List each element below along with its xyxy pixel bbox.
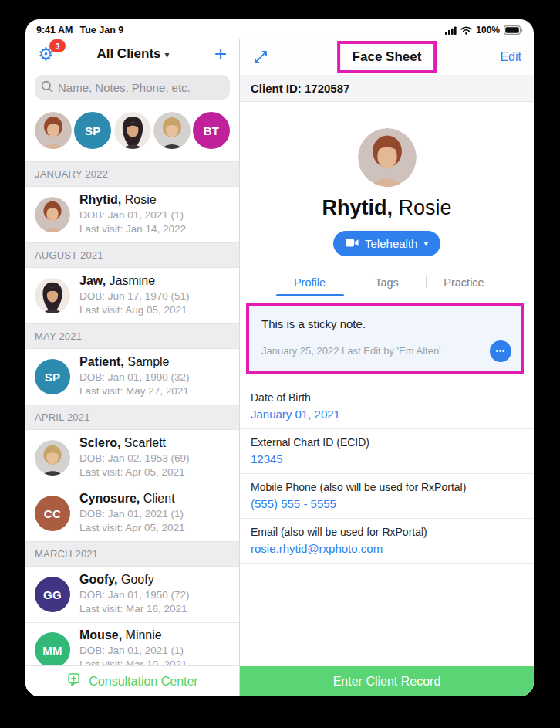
field-value[interactable]: January 01, 2021 [251, 408, 523, 421]
client-dob: DOB: Jun 17, 1970 (51) [79, 290, 190, 303]
tab-bar: Profile Tags Practice [272, 272, 503, 296]
client-full-name: Rhytid, Rosie [240, 196, 534, 220]
client-dob: DOB: Jan 01, 2021 (1) [79, 644, 187, 658]
section-header: MARCH 2021 [25, 541, 239, 567]
client-last-visit: Last visit: Aug 05, 2021 [79, 303, 190, 317]
client-name: Jaw, Jasmine [79, 274, 190, 288]
consultation-center-button[interactable]: Consultation Center [25, 665, 239, 696]
field-value[interactable]: 12345 [251, 452, 523, 466]
field-ecid: External Chart ID (ECID) 12345 [240, 429, 534, 474]
field-label: Mobile Phone (also will be used for RxPo… [251, 481, 523, 493]
field-mobile-phone: Mobile Phone (also will be used for RxPo… [240, 474, 534, 519]
wifi-icon [460, 26, 472, 35]
section-header: APRIL 2021 [25, 405, 239, 430]
client-row-goofy[interactable]: GG Goofy, Goofy DOB: Jan 01, 1950 (72) L… [25, 567, 239, 622]
avatar-rosie[interactable] [35, 112, 72, 149]
client-dob: DOB: Jan 01, 1990 (32) [79, 371, 190, 384]
section-header: JANUARY 2022 [25, 161, 239, 187]
client-row-patient[interactable]: SP Patient, Sample DOB: Jan 01, 1990 (32… [25, 349, 239, 405]
face-sheet-panel: Face Sheet Edit Client ID: 1720587 Rhyti… [239, 39, 534, 696]
client-dob: DOB: Jan 01, 2021 (1) [79, 208, 186, 222]
client-dob: DOB: Jan 02, 1953 (69) [79, 452, 190, 466]
client-name: Rhytid, Rosie [79, 193, 186, 207]
video-camera-icon [346, 237, 359, 250]
avatar-initials: BT [204, 124, 220, 137]
edit-button[interactable]: Edit [500, 50, 521, 64]
client-name: Goofy, Goofy [79, 573, 190, 587]
face-sheet-content[interactable]: Rhytid, Rosie Telehealth ▾ Profile Tags … [240, 102, 534, 666]
sticky-note: This is a sticky note. January 25, 2022 … [249, 306, 521, 371]
client-row-cynosure[interactable]: CC Cynosure, Client DOB: Jan 01, 2021 (1… [25, 486, 239, 541]
search-area: Name, Notes, Phone, etc. [25, 69, 239, 106]
client-id-value: Client ID: 1720587 [251, 82, 349, 95]
consultation-center-label: Consultation Center [89, 675, 197, 689]
notification-badge: 3 [49, 39, 66, 52]
client-avatar: SP [35, 359, 70, 394]
sticky-note-text: This is a sticky note. [261, 317, 508, 330]
ellipsis-icon: ••• [496, 347, 505, 355]
client-id-bar: Client ID: 1720587 [240, 75, 534, 102]
field-email: Email (also will be used for RxPortal) r… [240, 519, 534, 564]
client-row-sclero[interactable]: Sclero, Scarlett DOB: Jan 02, 1953 (69) … [25, 430, 239, 486]
client-list[interactable]: JANUARY 2022 Rhytid, Rosie DOB: Jan 01, … [25, 161, 239, 665]
section-header: MAY 2021 [25, 323, 239, 349]
client-row-mouse[interactable]: MM Mouse, Minnie DOB: Jan 01, 2021 (1) L… [25, 622, 239, 665]
search-placeholder: Name, Notes, Phone, etc. [58, 81, 191, 94]
battery-icon [504, 25, 523, 35]
tab-practice[interactable]: Practice [426, 272, 503, 296]
enter-client-record-button[interactable]: Enter Client Record [240, 666, 534, 696]
tab-profile[interactable]: Profile [272, 272, 349, 296]
recent-avatars-row: SP BT [25, 106, 239, 161]
annotation-box-face-sheet: Face Sheet [337, 41, 437, 73]
field-date-of-birth: Date of Birth January 01, 2021 [240, 384, 534, 429]
client-name: Patient, Sample [79, 355, 190, 369]
telehealth-button[interactable]: Telehealth ▾ [333, 231, 440, 256]
avatar-sp[interactable]: SP [74, 112, 111, 149]
field-label: External Chart ID (ECID) [251, 436, 523, 449]
status-date: Tue Jan 9 [79, 25, 123, 36]
chevron-down-icon: ▾ [423, 239, 428, 249]
avatar-initials: SP [85, 124, 101, 137]
client-avatar: GG [35, 577, 70, 612]
all-clients-label: All Clients [96, 46, 160, 61]
client-avatar: MM [35, 632, 70, 665]
client-last-visit: Last visit: Apr 05, 2021 [79, 466, 190, 479]
client-name: Mouse, Minnie [79, 628, 187, 642]
avatar-bt[interactable]: BT [193, 112, 230, 149]
tab-tags[interactable]: Tags [349, 272, 426, 296]
app-window: 9:41 AM Tue Jan 9 100% ⚙ 3 All Clients▾ … [25, 19, 534, 696]
cellular-icon [445, 26, 457, 35]
client-last-visit: Last visit: Mar 10, 2021 [79, 658, 187, 665]
all-clients-dropdown[interactable]: All Clients▾ [61, 46, 205, 62]
client-dob: DOB: Jan 01, 2021 (1) [79, 507, 185, 521]
client-list-panel: ⚙ 3 All Clients▾ + Name, Notes, Phone, e… [25, 39, 239, 696]
consultation-center-icon [66, 672, 83, 691]
sticky-note-more-button[interactable]: ••• [490, 340, 511, 362]
client-last-visit: Last visit: Mar 16, 2021 [79, 602, 190, 616]
field-value[interactable]: (555) 555 - 5555 [251, 497, 523, 510]
avatar-scarlett[interactable] [153, 112, 191, 149]
left-header: ⚙ 3 All Clients▾ + [25, 39, 239, 69]
expand-icon[interactable] [252, 49, 269, 66]
field-value[interactable]: rosie.rhytid@rxphoto.com [251, 542, 523, 555]
search-input[interactable]: Name, Notes, Phone, etc. [35, 75, 230, 100]
client-row-jaw[interactable]: Jaw, Jasmine DOB: Jun 17, 1970 (51) Last… [25, 268, 239, 323]
add-client-button[interactable]: + [205, 44, 227, 64]
client-photo[interactable] [358, 128, 417, 187]
field-label: Date of Birth [251, 391, 523, 404]
client-row-rhytid[interactable]: Rhytid, Rosie DOB: Jan 01, 2021 (1) Last… [25, 187, 239, 242]
client-last-visit: Last visit: Apr 05, 2021 [79, 521, 185, 535]
status-time: 9:41 AM [36, 25, 73, 36]
search-icon [41, 80, 53, 95]
face-sheet-nav: Face Sheet Edit [240, 39, 534, 75]
status-bar: 9:41 AM Tue Jan 9 100% [25, 19, 534, 39]
section-header: AUGUST 2021 [25, 242, 239, 268]
client-name: Cynosure, Client [79, 492, 185, 506]
avatar-jasmine[interactable] [114, 112, 151, 149]
client-avatar [35, 278, 70, 313]
client-name: Sclero, Scarlett [79, 436, 190, 450]
annotation-box-sticky-note: This is a sticky note. January 25, 2022 … [246, 303, 524, 374]
settings-button[interactable]: ⚙ 3 [38, 42, 61, 66]
client-dob: DOB: Jan 01, 1950 (72) [79, 588, 190, 602]
battery-percent: 100% [476, 25, 500, 36]
